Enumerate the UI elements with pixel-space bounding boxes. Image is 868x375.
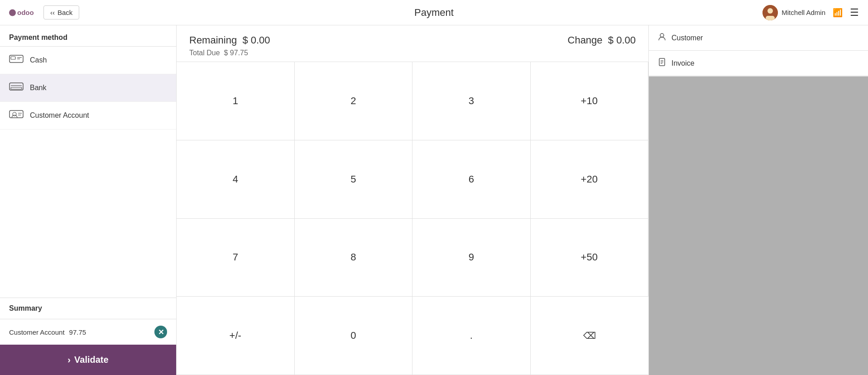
cash-icon (9, 54, 24, 67)
left-sidebar: Payment method Cash (0, 25, 177, 375)
total-due-value: $ 97.75 (224, 49, 248, 57)
total-due: Total Due $ 97.75 (189, 49, 636, 57)
svg-point-0 (9, 9, 16, 16)
summary-row-left: Customer Account 97.75 (9, 328, 86, 336)
back-arrow-icon: ‹‹ (50, 9, 55, 16)
numpad-button-4[interactable]: 4 (177, 140, 295, 219)
invoice-panel-item[interactable]: Invoice (649, 51, 868, 76)
svg-rect-12 (11, 87, 22, 89)
change-value: $ 0.00 (608, 34, 636, 46)
customer-label: Customer (671, 34, 703, 42)
summary-title: Summary (0, 298, 176, 319)
close-icon: ✕ (158, 328, 164, 337)
payment-method-title: Payment method (0, 25, 176, 47)
cash-label: Cash (30, 56, 47, 64)
right-panel-background (649, 77, 868, 375)
payment-option-customer-account[interactable]: Customer Account (0, 102, 176, 130)
back-label: Back (58, 9, 72, 16)
remove-summary-item-button[interactable]: ✕ (154, 326, 167, 338)
remaining-label-value: Remaining $ 0.00 (189, 34, 270, 46)
menu-icon[interactable]: ☰ (850, 7, 859, 19)
svg-text:odoo: odoo (17, 8, 34, 16)
remaining-label: Remaining (189, 34, 237, 46)
validate-button[interactable]: › Validate (0, 345, 176, 375)
summary-row: Customer Account 97.75 ✕ (0, 319, 176, 345)
amount-display: Remaining $ 0.00 Change $ 0.00 Total Due… (177, 25, 648, 62)
summary-section: Summary Customer Account 97.75 ✕ (0, 298, 176, 345)
total-due-label: Total Due (189, 49, 220, 57)
top-nav: odoo ‹‹ Back Payment Mitchell Admin 📶 ☰ (0, 0, 868, 25)
numpad-button--20[interactable]: +20 (531, 140, 649, 219)
avatar (762, 5, 778, 20)
change-label: Change (568, 34, 603, 46)
svg-rect-8 (11, 57, 15, 59)
nav-left: odoo ‹‹ Back (9, 5, 79, 20)
numpad-button-2[interactable]: 2 (295, 62, 413, 140)
summary-item-label: Customer Account (9, 328, 65, 336)
numpad-button-6[interactable]: 6 (412, 140, 531, 219)
invoice-icon (658, 58, 666, 68)
numpad-button--10[interactable]: +10 (531, 62, 649, 140)
customer-panel-item[interactable]: Customer (649, 25, 868, 51)
change-label-value: Change $ 0.00 (568, 34, 636, 46)
customer-icon (658, 33, 666, 43)
wifi-icon: 📶 (833, 8, 843, 18)
numpad-button-3[interactable]: 3 (412, 62, 531, 140)
numpad-button----[interactable]: +/- (177, 297, 295, 375)
right-panel: Customer Invoice (649, 25, 868, 375)
user-name: Mitchell Admin (782, 9, 825, 16)
numpad-button--[interactable]: . (412, 297, 531, 375)
customer-account-icon (9, 109, 24, 122)
amount-row: Remaining $ 0.00 Change $ 0.00 (189, 34, 636, 46)
numpad-button-8[interactable]: 8 (295, 219, 413, 297)
remaining-value: $ 0.00 (242, 34, 270, 46)
validate-label: Validate (74, 355, 109, 365)
bank-icon (9, 82, 24, 94)
numpad-button-7[interactable]: 7 (177, 219, 295, 297)
odoo-logo: odoo (9, 5, 36, 20)
svg-point-18 (660, 34, 664, 37)
user-info: Mitchell Admin (762, 5, 825, 20)
svg-point-3 (767, 8, 773, 14)
customer-account-label: Customer Account (30, 111, 89, 120)
nav-right: Mitchell Admin 📶 ☰ (762, 5, 859, 20)
bank-label: Bank (30, 84, 46, 92)
page-title: Payment (414, 7, 454, 19)
svg-rect-6 (774, 10, 776, 13)
svg-rect-4 (766, 16, 775, 20)
payment-option-bank[interactable]: Bank (0, 74, 176, 102)
numpad-button-9[interactable]: 9 (412, 219, 531, 297)
svg-rect-5 (764, 10, 766, 13)
numpad-button-0[interactable]: 0 (295, 297, 413, 375)
payment-option-cash[interactable]: Cash (0, 47, 176, 74)
summary-item-amount: 97.75 (69, 328, 86, 336)
numpad-button--50[interactable]: +50 (531, 219, 649, 297)
numpad-button--[interactable]: ⌫ (531, 297, 649, 375)
invoice-label: Invoice (671, 59, 695, 67)
main-layout: Payment method Cash (0, 25, 868, 375)
validate-arrow-icon: › (67, 355, 71, 365)
numpad-grid: 123+10456+20789+50+/-0.⌫ (177, 62, 648, 375)
numpad-button-1[interactable]: 1 (177, 62, 295, 140)
back-button[interactable]: ‹‹ Back (43, 5, 79, 19)
numpad-button-5[interactable]: 5 (295, 140, 413, 219)
numpad-area: Remaining $ 0.00 Change $ 0.00 Total Due… (177, 25, 649, 375)
right-panel-top: Customer Invoice (649, 25, 868, 77)
payment-method-section: Payment method Cash (0, 25, 176, 298)
